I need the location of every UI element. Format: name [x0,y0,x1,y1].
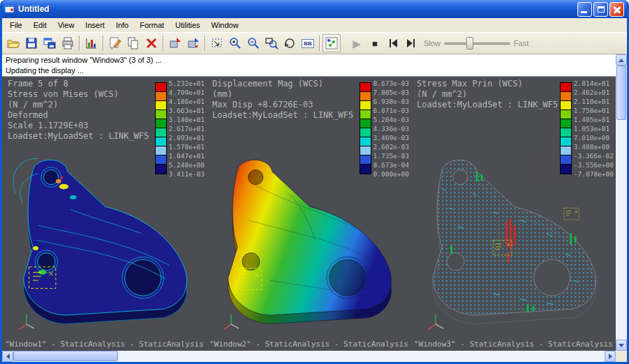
result-panel-window2: Displacement Mag (WCS)(mm)Max Disp +8.67… [207,77,411,351]
app-icon[interactable] [4,3,15,15]
model-graphic [413,146,614,331]
menu-item-info[interactable]: Info [110,19,134,31]
saved-views-icon: BB [302,39,314,48]
saved-views-button[interactable]: BB [299,34,317,52]
legend-color-cell [360,101,371,110]
export-button[interactable] [40,34,59,52]
repaint-icon [168,36,182,50]
legend-color-cell [156,119,166,128]
menu-item-edit[interactable]: Edit [28,19,52,31]
model-view-window2[interactable] [208,146,410,332]
legend-color-cell [360,110,371,119]
menu-item-format[interactable]: Format [134,19,170,31]
legend-value: 2.814e+01 [574,79,614,88]
message-area: Preparing result window "Window3" (3 of … [2,54,616,77]
scroll-left-button[interactable] [2,351,13,362]
legend-value: 4.186e+01 [169,97,205,106]
minimize-button[interactable] [577,2,592,17]
speed-slider[interactable] [444,36,510,50]
legend-value: 1.405e+01 [574,115,614,124]
print-button[interactable] [59,34,77,52]
minimize-icon [581,11,587,13]
arrow-down-icon [619,344,624,347]
step-forward-button[interactable] [402,34,420,52]
slider-track[interactable] [444,43,510,45]
refit-button[interactable] [208,34,226,52]
annotation-line: (mm) [212,89,353,100]
legend-color-cell [360,128,371,137]
step-forward-icon [404,36,418,50]
legend-value: 5.204e-03 [373,115,409,124]
legend-color-cell [156,101,166,110]
spin-button[interactable] [281,34,299,52]
horizontal-scroll-thumb[interactable] [13,351,118,361]
edit-button[interactable] [106,34,124,52]
panel-annotation: Displacement Mag (WCS)(mm)Max Disp +8.67… [212,79,353,121]
model-view-window1[interactable] [3,146,205,332]
save-icon [24,36,38,50]
scroll-down-button[interactable] [616,340,627,351]
zoom-window-button[interactable] [262,34,281,52]
legend-value: 8.673e-03 [373,79,409,88]
zoom-out-button[interactable] [244,34,262,52]
results-button[interactable] [82,34,101,52]
step-back-button[interactable] [384,34,402,52]
display-options-button[interactable] [323,34,341,52]
legend-color-cell [156,110,166,119]
menu-item-window[interactable]: Window [206,19,244,31]
scroll-up-button[interactable] [616,54,627,66]
legend-value: 4.336e-03 [373,124,409,133]
shade-button[interactable] [184,34,202,52]
display-options-icon [325,36,339,50]
legend-value: 5.232e+01 [169,79,205,88]
play-button[interactable]: ▶ [348,34,366,52]
zoom-window-icon [265,36,279,50]
annotation-line: (N / mm^2) [8,100,149,110]
horizontal-scrollbar[interactable] [2,351,616,362]
refit-icon [210,36,224,50]
legend-color-cell [156,92,166,101]
toolbar-separator [205,36,206,51]
annotation-line: Scale 1.1729E+03 [8,121,149,131]
scroll-right-button[interactable] [605,351,616,362]
legend-color-cell [561,101,571,110]
legend-value: 6.071e-03 [373,106,409,115]
vertical-scroll-track[interactable] [616,66,627,340]
model-view-window3[interactable] [413,146,614,332]
slider-thumb[interactable] [466,37,473,50]
panel-footer: "Window1" - StaticAnalysis - StaticAnaly… [5,340,204,349]
annotation-line: Deformed [8,110,149,121]
save-button[interactable] [22,34,40,52]
menu-item-view[interactable]: View [52,19,80,31]
csys-triad [221,312,242,335]
arrow-left-icon [6,354,10,359]
stop-button[interactable]: ■ [366,34,384,52]
edit-icon [108,36,122,50]
horizontal-scroll-track[interactable] [13,351,605,362]
legend-color-cell [360,92,371,101]
annotation-line: (N / mm^2) [417,89,558,100]
copy-button[interactable] [124,34,142,52]
repaint-button[interactable] [166,34,184,52]
toolbar-separator [79,36,80,51]
delete-button[interactable] [142,34,161,52]
annotation-line: Loadset:MyLoadSet : LINK_WF5 [417,100,558,110]
toolbar-separator [163,36,164,51]
zoom-in-button[interactable] [226,34,244,52]
legend-color-cell [156,128,166,137]
annotation-line: Frame 5 of 8 [8,79,149,89]
title-bar[interactable]: Untitled [2,0,627,18]
model-graphic [3,146,205,331]
menu-item-utilities[interactable]: Utilities [170,19,205,31]
open-button[interactable] [4,34,22,52]
toolbar-separator [319,36,320,51]
menu-item-insert[interactable]: Insert [80,19,110,31]
vertical-scrollbar[interactable] [616,54,627,351]
print-icon [61,36,75,50]
vertical-scroll-thumb[interactable] [616,66,626,120]
legend-color-cell [561,92,571,101]
menu-item-file[interactable]: File [4,19,28,31]
close-button[interactable] [609,2,624,17]
maximize-button[interactable] [593,2,608,17]
legend-color-cell [561,128,571,137]
